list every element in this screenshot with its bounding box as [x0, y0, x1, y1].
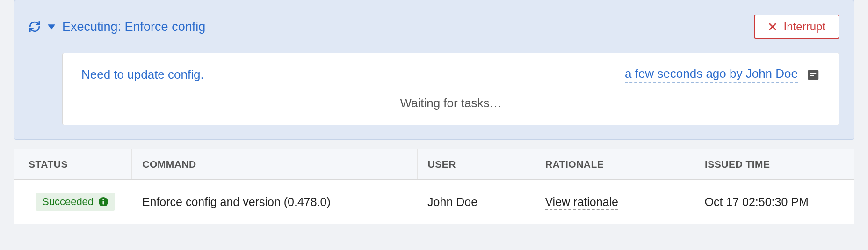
interrupt-label: Interrupt	[784, 20, 825, 33]
close-icon	[768, 22, 777, 31]
message-meta: a few seconds ago by John Doe	[625, 66, 820, 83]
header-user: User	[417, 149, 535, 180]
svg-point-6	[102, 199, 104, 200]
view-rationale-link[interactable]: View rationale	[545, 195, 618, 210]
message-time-by[interactable]: a few seconds ago by John Doe	[625, 66, 798, 83]
dropdown-caret-icon[interactable]	[48, 23, 55, 30]
executing-header-left: Executing: Enforce config	[29, 20, 205, 34]
cell-command: Enforce config and version (0.478.0)	[132, 180, 417, 224]
svg-rect-7	[103, 201, 104, 204]
info-icon[interactable]	[98, 197, 108, 207]
note-icon[interactable]	[806, 68, 820, 82]
executing-header: Executing: Enforce config Interrupt	[29, 15, 839, 39]
status-badge: Succeeded	[36, 193, 115, 211]
executing-panel: Executing: Enforce config Interrupt Need…	[14, 0, 854, 140]
header-rationale: Rationale	[535, 149, 694, 180]
table-header-row: Status Command User Rationale Issued Tim…	[14, 149, 854, 180]
commands-table: Status Command User Rationale Issued Tim…	[14, 149, 854, 224]
table-row: Succeeded Enforce config and version (0.…	[14, 180, 854, 224]
executing-title: Executing: Enforce config	[62, 20, 205, 34]
message-text: Need to update config.	[81, 67, 204, 82]
cell-issued-time: Oct 17 02:50:30 PM	[694, 180, 854, 224]
waiting-text: Waiting for tasks…	[81, 96, 820, 110]
refresh-icon[interactable]	[29, 21, 41, 33]
interrupt-button[interactable]: Interrupt	[754, 15, 839, 39]
message-card: Need to update config. a few seconds ago…	[62, 53, 839, 125]
header-issued-time: Issued Time	[694, 149, 854, 180]
header-command: Command	[132, 149, 417, 180]
header-status: Status	[14, 149, 132, 180]
status-label: Succeeded	[42, 196, 94, 208]
table-wrapper: Status Command User Rationale Issued Tim…	[14, 149, 854, 224]
cell-user: John Doe	[417, 180, 535, 224]
